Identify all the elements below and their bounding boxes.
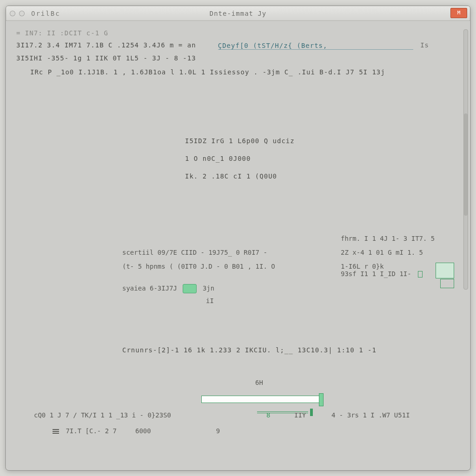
mid-row-4-left-b: 3jn <box>203 284 214 292</box>
side-marker-icon <box>436 263 454 278</box>
close-button[interactable]: M <box>450 8 467 18</box>
green-o-icon <box>279 263 283 270</box>
header-link[interactable]: ÇDeyf[0 (tST/H/z{ (Berts, <box>218 42 413 50</box>
mid-row-5: iI <box>122 297 457 304</box>
list-icon <box>53 428 59 435</box>
mid-row-3: (t- 5 hpnms ( (0IT0 J.D - 0 B01 , 1I. O … <box>122 263 457 278</box>
content-area: = IN7: II :DCIT c-1 G 3I17.2 3.4 IM71 7.… <box>6 21 470 470</box>
bottom-tick-a: 8 <box>266 411 270 419</box>
page-icon <box>418 271 423 278</box>
mid-row-4: syaiea 6-3IJ7J 3jn <box>122 284 457 293</box>
bottom-block: cQ0 1 J 7 / TK/I 1 1 _13 i - 0}23S0 8 II… <box>34 411 452 443</box>
mid-row-2-right: 2Z x-4 1 01 G mI 1. 5 <box>341 249 457 256</box>
center-line-3: Ik. 2 .18C cI 1 (Q0U0 <box>185 172 352 180</box>
mid-row-4-left: syaiea 6-3IJ7J 3jn <box>122 284 322 293</box>
window-controls <box>10 11 25 16</box>
scrollbar-thumb[interactable] <box>464 113 468 216</box>
bottom-r2-b: 6000 <box>135 427 151 435</box>
header-line-2: 3I17.2 3.4 IM71 7.1B C .1254 3.4J6 m = a… <box>16 41 460 50</box>
text-cursor-icon[interactable] <box>183 284 197 293</box>
vertical-scrollbar[interactable] <box>463 29 468 290</box>
lower-block: Crnunrs-[2]-1 16 1k 1.233 2 IKCIU. l;__ … <box>122 346 457 364</box>
mid-row-4-left-a: syaiea 6-3IJ7J <box>122 284 177 292</box>
center-line-2: 1 O n0C_1 0J000 <box>185 155 352 162</box>
mid-row-2: scertiil 09/7E CIID - 19J75_ 0 R0I7 - 2Z… <box>122 249 457 256</box>
mid-row-2-left: scertiil 09/7E CIID - 19J75_ 0 R0I7 - <box>122 249 322 256</box>
mid-row-3-left-text: (t- 5 hpnms ( (0IT0 J.D - 0 B01 , 1I. O <box>122 263 275 270</box>
app-name: OrilBc <box>31 10 60 17</box>
mid-row-3-right-b-text: 93sf I1 1 I_ID 1I- <box>341 270 411 278</box>
center-block: I5IDZ IrG 1 L6p00 Q udciz 1 O n0C_1 0J00… <box>185 137 352 190</box>
mini-tick-icon <box>310 409 313 416</box>
window-title: Dnte-immat Jy <box>6 10 470 17</box>
progress-label: 6H <box>255 379 263 386</box>
bottom-r2-c: 9 <box>216 427 220 435</box>
header-line-4: IRc P _1o0 I.1J1B. 1 , 1.6JB1oa l 1.0L 1… <box>30 68 460 76</box>
header-line-3: 3I5IHI -355- 1g 1 IIK 0T 1L5 - 3J - 8 -1… <box>16 54 460 62</box>
side-marker-icon-2 <box>440 279 454 288</box>
progress-bar[interactable] <box>201 396 322 403</box>
mid-row-1: fhrm. I 1 4J 1- 3 IT7. 5 <box>122 235 457 242</box>
bottom-row-2: 7I.T [C.- 2 7 6000 9 <box>34 427 452 435</box>
center-line-1: I5IDZ IrG 1 L6p00 Q udciz <box>185 137 352 145</box>
maximize-icon[interactable] <box>19 11 25 16</box>
header-block: = IN7: II :DCIT c-1 G 3I17.2 3.4 IM71 7.… <box>16 29 460 76</box>
progress-handle-icon[interactable] <box>319 393 324 406</box>
bottom-tick-b: IIY <box>294 411 306 419</box>
header-line-1: = IN7: II :DCIT c-1 G <box>16 29 460 37</box>
header-line-2-tail: Is <box>420 41 429 49</box>
titlebar: OrilBc Dnte-immat Jy M <box>6 6 470 21</box>
app-window: OrilBc Dnte-immat Jy M = IN7: II :DCIT c… <box>6 6 470 470</box>
bottom-r1-b: 4 - 3rs 1 I .W7 U51I <box>331 411 410 419</box>
minimize-icon[interactable] <box>10 11 15 16</box>
mid-row-5-left: iI <box>122 297 322 304</box>
header-line-2-left: 3I17.2 3.4 IM71 7.1B C .1254 3.4J6 m = a… <box>16 41 196 49</box>
bottom-r1-a: cQ0 1 J 7 / TK/I 1 1 _13 i - 0}23S0 <box>34 411 171 419</box>
header-link-text: ÇDeyf[0 (tST/H/z{ (Berts, <box>218 42 328 49</box>
mid-row-3-left: (t- 5 hpnms ( (0IT0 J.D - 0 B01 , 1I. O <box>122 263 322 278</box>
bottom-r2-a: 7I.T [C.- 2 7 <box>66 427 117 435</box>
bottom-row-1: cQ0 1 J 7 / TK/I 1 1 _13 i - 0}23S0 8 II… <box>34 411 452 419</box>
mid-row-1-right: fhrm. I 1 4J 1- 3 IT7. 5 <box>341 235 457 242</box>
mid-block: fhrm. I 1 4J 1- 3 IT7. 5 scertiil 09/7E … <box>122 235 457 311</box>
lower-line-1: Crnunrs-[2]-1 16 1k 1.233 2 IKCIU. l;__ … <box>122 346 457 354</box>
